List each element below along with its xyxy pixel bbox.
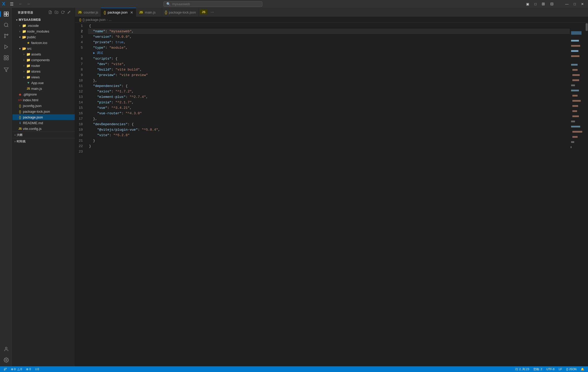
json-tab-icon: {} [165, 10, 167, 14]
search-activity-icon[interactable] [1, 20, 11, 30]
layout-toggle-1[interactable]: ▣ [524, 2, 531, 7]
scrollbar-thumb[interactable] [586, 23, 588, 31]
tree-item-index-html[interactable]: </> index.html [12, 97, 75, 103]
code-editor[interactable]: { "name": "mysaasweb", "version": "0.0.0… [88, 23, 570, 366]
readme-file-icon: ℹ [18, 121, 22, 125]
node-modules-arrow-icon: › [18, 30, 22, 33]
outline-section: › 大纲 [12, 131, 75, 138]
layout-toggle-4[interactable]: ⊟ [548, 1, 556, 7]
tree-item-gitignore[interactable]: ◈ .gitignore [12, 91, 75, 97]
search-input[interactable] [172, 2, 224, 6]
code-line-debug[interactable]: ▶ 调试 [88, 51, 570, 56]
tab-counter-js[interactable]: JS counter.js [75, 8, 101, 17]
svg-point-15 [5, 360, 7, 361]
tab-close-icon[interactable]: ✕ [130, 10, 133, 15]
tree-item-public[interactable]: ▾ 📂 public [12, 34, 75, 40]
filter-activity-icon[interactable] [1, 65, 11, 75]
new-folder-icon[interactable] [54, 10, 59, 15]
tree-item-node-modules[interactable]: › 📁 node_modules [12, 28, 75, 34]
timeline-section-header[interactable]: › 时间线 [12, 138, 75, 144]
folder-open-icon: 📂 [22, 35, 27, 39]
code-line-21: } [88, 138, 570, 143]
account-activity-icon[interactable] [1, 344, 11, 354]
tree-item-components[interactable]: › 📁 components [12, 57, 75, 63]
source-control-activity-icon[interactable] [1, 31, 11, 41]
refresh-icon[interactable] [60, 10, 65, 15]
status-git-branch[interactable] [2, 366, 8, 372]
line-num-23: 23 [75, 149, 86, 154]
tree-item-views[interactable]: › 📁 views [12, 74, 75, 80]
code-line-8: "build": "vite build", [88, 67, 570, 72]
tabs-overflow-button[interactable]: ··· [208, 8, 216, 17]
explorer-activity-icon[interactable] [1, 9, 11, 19]
svg-point-14 [5, 347, 7, 349]
status-notifications[interactable]: 🔔 [579, 366, 586, 372]
svg-rect-33 [572, 95, 578, 97]
tab-main-js[interactable]: JS main.js [136, 8, 162, 17]
close-button[interactable]: ✕ [579, 2, 586, 7]
breadcrumb-item-2[interactable]: ... [109, 18, 112, 22]
settings-activity-icon[interactable] [1, 355, 11, 365]
git-branch-icon [4, 368, 7, 371]
spaces-text: 空格: 2 [533, 367, 542, 371]
tree-root[interactable]: ▾ MYSAASWEB [12, 17, 75, 23]
tab-main-js-label: main.js [145, 10, 156, 14]
svg-rect-24 [571, 45, 580, 47]
status-errors[interactable]: ⊗ 0 △ 0 [9, 366, 23, 372]
tree-item-src[interactable]: ▾ 📂 src [12, 46, 75, 51]
window-controls: ▣ □ ⊞ ⊟ — □ ✕ [524, 1, 586, 7]
maximize-button[interactable]: □ [572, 2, 578, 7]
main-layout: 资源管理器 ▾ MYSAASWEB [0, 8, 588, 366]
line-num-22: 22 [75, 143, 86, 149]
tree-item-favicon[interactable]: ★ favicon.ico [12, 40, 75, 46]
tree-item-app-vue[interactable]: ▼ App.vue [12, 80, 75, 86]
back-button[interactable]: ← [17, 1, 24, 7]
breadcrumb-item-1[interactable]: {} package.json [83, 18, 106, 22]
folder-open-icon: 📂 [22, 47, 27, 51]
language-text: {} JSON [566, 368, 577, 371]
svg-rect-37 [572, 115, 579, 117]
outline-section-header[interactable]: › 大纲 [12, 132, 75, 138]
tree-item-assets[interactable]: › 📁 assets [12, 51, 75, 57]
extensions-activity-icon[interactable] [1, 53, 11, 63]
jsconfig-label: jsconfig.json [23, 104, 75, 108]
collapse-all-icon[interactable] [66, 10, 72, 15]
line-num-13: 13 [75, 94, 86, 100]
tree-item-jsconfig[interactable]: {} jsconfig.json [12, 103, 75, 109]
status-language[interactable]: {} JSON [565, 366, 578, 372]
folder-icon: 📁 [22, 29, 27, 33]
scrollbar-track[interactable] [585, 23, 588, 366]
svg-marker-8 [5, 45, 8, 49]
tree-item-vite-config[interactable]: JS vite.config.js [12, 126, 75, 131]
global-search[interactable]: 🔍 [163, 1, 262, 7]
minimize-button[interactable]: — [563, 2, 571, 7]
tree-item-router[interactable]: › 📁 router [12, 63, 75, 68]
tab-package-json[interactable]: {} package.json ✕ [101, 8, 136, 17]
status-no-folder-errors[interactable]: ⊗ 0 [24, 366, 32, 372]
tree-item-stores[interactable]: › 📁 stores [12, 68, 75, 74]
svg-rect-10 [7, 56, 8, 58]
tree-item-package-lock[interactable]: {} package-lock.json [12, 109, 75, 114]
tree-item-main-js[interactable]: JS main.js [12, 86, 75, 91]
folder-icon: 📁 [22, 24, 27, 28]
status-encoding[interactable]: UTF-8 [545, 366, 556, 372]
run-activity-icon[interactable] [1, 42, 11, 52]
layout-toggle-2[interactable]: □ [532, 2, 539, 7]
tree-item-package-json[interactable]: {} package.json [12, 114, 75, 120]
layout-toggle-3[interactable]: ⊞ [540, 1, 547, 7]
json-file-icon: {} [18, 110, 22, 114]
assets-label: assets [31, 52, 75, 56]
status-line-ending[interactable]: LF [557, 366, 564, 372]
code-line-1: { [88, 23, 570, 29]
code-line-2: "name": "mysaasweb", [88, 29, 570, 34]
status-spaces[interactable]: 空格: 2 [532, 366, 544, 372]
status-position[interactable]: 行 2, 列 23 [514, 366, 531, 372]
tab-package-lock-json[interactable]: {} package-lock.json [162, 8, 199, 17]
tree-item-readme[interactable]: ℹ README.md [12, 120, 75, 126]
tree-item-vscode[interactable]: › 📁 .vscode [12, 23, 75, 28]
status-wifi[interactable]: Ꞟ 0 [34, 366, 41, 372]
menu-button[interactable]: ☰ [8, 1, 15, 7]
forward-button[interactable]: → [25, 1, 32, 7]
new-file-icon[interactable] [48, 10, 53, 15]
svg-rect-38 [571, 121, 575, 122]
